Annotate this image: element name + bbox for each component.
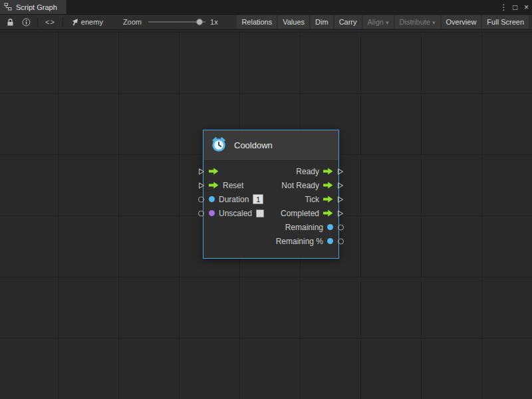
port-output-ready[interactable]: Ready bbox=[296, 167, 333, 176]
zoom-value: 1x bbox=[210, 18, 218, 26]
port-row: Duration 1 Tick bbox=[209, 192, 333, 206]
zoom-slider[interactable] bbox=[148, 19, 205, 25]
node-header[interactable]: Cooldown bbox=[203, 130, 338, 161]
flow-output-socket[interactable] bbox=[337, 209, 344, 217]
tab-script-graph[interactable]: Script Graph bbox=[0, 0, 67, 14]
graph-toolbar: <> enemy Zoom 1x Relations Values Dim Ca… bbox=[0, 15, 532, 30]
graph-canvas[interactable]: Cooldown Ready bbox=[0, 31, 532, 399]
value-port-icon bbox=[327, 238, 333, 244]
port-input-duration[interactable]: Duration 1 bbox=[209, 194, 263, 204]
script-graph-window: Script Graph ⋮ □ × <> enemy Zoom 1x Rela… bbox=[0, 0, 532, 399]
titlebar-spacer bbox=[67, 0, 498, 14]
duration-value-field[interactable]: 1 bbox=[253, 194, 263, 204]
flow-port-icon bbox=[209, 182, 219, 189]
dim-button[interactable]: Dim bbox=[311, 15, 333, 29]
info-button[interactable] bbox=[18, 15, 34, 29]
align-dropdown[interactable]: Align▾ bbox=[363, 15, 394, 29]
value-port-icon bbox=[209, 196, 215, 202]
toolbar-buttons: Relations Values Dim Carry Align▾ Distri… bbox=[237, 15, 530, 29]
chevron-down-icon: ▾ bbox=[386, 19, 389, 26]
flow-port-icon bbox=[209, 168, 219, 175]
unscaled-checkbox[interactable] bbox=[256, 209, 264, 217]
pointer-icon bbox=[70, 18, 78, 26]
lock-icon bbox=[7, 18, 14, 27]
port-input-unscaled[interactable]: Unscaled bbox=[209, 209, 264, 218]
port-output-remaining-percent[interactable]: Remaining % bbox=[276, 237, 333, 246]
value-input-socket[interactable] bbox=[198, 196, 204, 202]
overview-button[interactable]: Overview bbox=[442, 15, 481, 29]
values-button[interactable]: Values bbox=[278, 15, 309, 29]
toolbar-divider bbox=[37, 17, 38, 27]
bool-port-icon bbox=[209, 210, 215, 216]
value-input-socket[interactable] bbox=[198, 210, 204, 216]
port-row: Unscaled Completed bbox=[209, 206, 333, 220]
flow-output-socket[interactable] bbox=[337, 196, 344, 203]
port-output-remaining[interactable]: Remaining bbox=[285, 223, 333, 232]
toolbar-divider bbox=[63, 17, 63, 27]
relations-button[interactable]: Relations bbox=[237, 15, 277, 29]
carry-button[interactable]: Carry bbox=[334, 15, 362, 29]
port-output-completed[interactable]: Completed bbox=[281, 209, 333, 218]
graph-context-breadcrumb[interactable]: enemy bbox=[70, 18, 103, 26]
flow-output-socket[interactable] bbox=[337, 168, 344, 175]
tab-title: Script Graph bbox=[16, 3, 57, 11]
node-cooldown[interactable]: Cooldown Ready bbox=[203, 130, 339, 259]
lock-button[interactable] bbox=[2, 15, 18, 29]
info-icon bbox=[22, 18, 31, 27]
flow-port-icon bbox=[323, 196, 333, 203]
flow-port-icon bbox=[323, 209, 333, 217]
maximize-icon: □ bbox=[513, 3, 517, 12]
port-input-invoke[interactable] bbox=[209, 168, 219, 175]
flow-output-socket[interactable] bbox=[337, 182, 344, 189]
port-output-not-ready[interactable]: Not Ready bbox=[281, 181, 333, 190]
zoom-slider-handle[interactable] bbox=[196, 19, 203, 25]
port-row: Remaining bbox=[209, 220, 333, 234]
script-graph-icon bbox=[4, 3, 12, 12]
port-row: Remaining % bbox=[209, 234, 333, 248]
close-button[interactable]: × bbox=[521, 0, 532, 14]
cooldown-clock-icon bbox=[210, 136, 227, 156]
flow-input-socket[interactable] bbox=[198, 182, 205, 189]
flow-port-icon bbox=[323, 182, 333, 189]
kebab-menu-icon: ⋮ bbox=[500, 3, 508, 12]
value-output-socket[interactable] bbox=[338, 224, 344, 230]
zoom-label: Zoom bbox=[123, 18, 142, 26]
port-input-reset[interactable]: Reset bbox=[209, 181, 243, 190]
flow-port-icon bbox=[323, 168, 333, 175]
port-output-tick[interactable]: Tick bbox=[305, 195, 333, 204]
title-bar: Script Graph ⋮ □ × bbox=[0, 0, 532, 15]
flow-input-socket[interactable] bbox=[198, 168, 205, 175]
node-body: Ready Reset bbox=[203, 161, 338, 258]
maximize-button[interactable]: □ bbox=[509, 0, 521, 14]
fullscreen-button[interactable]: Full Screen bbox=[482, 15, 529, 29]
node-title: Cooldown bbox=[234, 140, 273, 150]
value-port-icon bbox=[327, 224, 333, 230]
port-row: Reset Not Ready bbox=[209, 178, 333, 192]
distribute-dropdown[interactable]: Distribute▾ bbox=[395, 15, 440, 29]
close-icon: × bbox=[524, 3, 529, 12]
window-menu-button[interactable]: ⋮ bbox=[498, 0, 509, 14]
port-row: Ready bbox=[209, 164, 333, 178]
context-label: enemy bbox=[81, 18, 103, 26]
code-view-button[interactable]: <> bbox=[41, 18, 59, 26]
value-output-socket[interactable] bbox=[338, 238, 344, 244]
chevron-down-icon: ▾ bbox=[432, 19, 436, 26]
